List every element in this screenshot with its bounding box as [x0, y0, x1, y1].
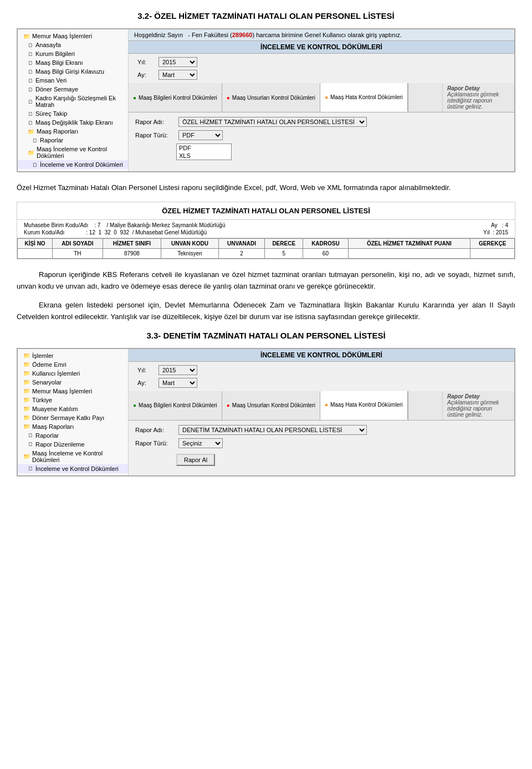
panel-title: İNCELEME VE KONTROL DÖKÜMLERİ	[129, 41, 514, 54]
sidebar-label: Memur Maaş İşlemleri	[32, 33, 92, 39]
sidebar2-item-doner[interactable]: 📁 Döner Sermaye Katkı Payı	[18, 413, 128, 422]
sidebar-item-surec[interactable]: 🗋 Süreç Takip	[18, 109, 128, 118]
col-unvanadi: UNVANADI	[218, 238, 264, 248]
rapor-detay-area-2: Rapor Detay Açıklamasını görmek istediği…	[408, 391, 514, 420]
tab-maas-unsurlari[interactable]: ● Maaş Unsurları Kontrol Dökümleri	[222, 83, 320, 112]
meta-muhasebe: Muhasebe Birim Kodu/Adı : 7 / Maliye Bak…	[24, 222, 226, 228]
sidebar2-item-inceleme-folder[interactable]: 📁 Maaş İnceleme ve Kontrol Dökümleri	[18, 449, 128, 464]
report-form-2: Rapor Adı: DENETİM TAZMİNATI HATALI OLAN…	[129, 421, 514, 470]
doc-icon: 🗋	[28, 42, 33, 48]
sidebar-item-maas-degisiklik[interactable]: 🗋 Maaş Değişiklik Takip Ekranı	[18, 118, 128, 127]
year-select[interactable]: 2015	[158, 57, 197, 67]
sidebar-item-maas-raporlari[interactable]: 📁 Maaş Raporları	[18, 127, 128, 136]
sidebar2-item-odeme-emri[interactable]: 📁 Ödeme Emri	[18, 360, 128, 369]
rapor-turu-row-2: Rapor Türü: Seçiniz	[135, 438, 508, 448]
option-xls[interactable]: XLS	[177, 152, 231, 160]
option-pdf[interactable]: PDF	[177, 144, 231, 152]
sidebar-item-maas-bilgi-ekrani[interactable]: 🗋 Maaş Bilgi Ekranı	[18, 58, 128, 67]
year-label: Yıl:	[137, 59, 154, 65]
tab2-maas-unsurlari[interactable]: ● Maaş Unsurları Kontrol Dökümleri	[222, 391, 320, 420]
section2-title: 3.3- DENETİM TAZMİNATI HATALI OLAN PERSO…	[17, 331, 515, 340]
folder-icon: 📁	[23, 414, 30, 421]
folder-icon: 📁	[23, 406, 30, 412]
app-window-1: 📁 Memur Maaş İşlemleri 🗋 Anasayfa 🗋 Kuru…	[17, 28, 515, 172]
main-panel-2: İNCELEME VE KONTROL DÖKÜMLERİ Yıl: 2015 …	[129, 349, 514, 475]
month-select[interactable]: Mart	[158, 70, 197, 80]
folder-icon: 📁	[23, 453, 30, 459]
orange-circle-icon: ●	[325, 402, 328, 408]
sidebar-label: Memur Maaş İşlemleri	[32, 388, 92, 394]
sidebar2-item-maas-raporlari[interactable]: 📁 Maaş Raporları	[18, 422, 128, 431]
folder-open-icon: 📁	[23, 33, 30, 39]
col-kadrosu: KADROSU	[303, 238, 348, 248]
month-select-2[interactable]: Mart	[158, 378, 197, 388]
sidebar-label: Maaş İnceleme ve Kontrol Dökümleri	[32, 450, 125, 463]
sidebar-label: Kullanıcı İşlemleri	[32, 370, 80, 377]
cell-derece: 5	[265, 248, 303, 258]
sidebar2-item-kullanici[interactable]: 📁 Kullanıcı İşlemleri	[18, 369, 128, 378]
tab2-maas-hata[interactable]: ● Maaş Hata Kontrol Dökümleri	[320, 391, 408, 420]
sidebar2-item-muayene[interactable]: 📁 Muayene Katılım	[18, 404, 128, 413]
tab-label: Maaş Bilgileri Kontrol Dökümleri	[139, 402, 217, 408]
sidebar2-item-rapor-duzenleme[interactable]: 🗋 Rapor Düzenleme	[18, 440, 128, 449]
rapor-detay-2: Rapor Detay Açıklamasını görmek istediği…	[442, 391, 514, 420]
sidebar-item-inceleme-kontrol[interactable]: 🗋 İnceleme ve Kontrol Dökümleri	[18, 160, 128, 169]
sidebar-label: Maaş İnceleme ve Kontrol Dökümleri	[37, 146, 125, 159]
rapor-al-button[interactable]: Rapor Al	[176, 454, 215, 466]
sidebar-label: İnceleme ve Kontrol Dökümleri	[35, 465, 119, 472]
cell-puan	[348, 248, 470, 258]
sidebar-label: Maaş Raporları	[32, 423, 74, 430]
sidebar2-item-senaryolar[interactable]: 📁 Senaryolar	[18, 378, 128, 387]
col-unvan-kodu: UNVAN KODU	[161, 238, 219, 248]
sidebar-item-maas-inceleme[interactable]: 📁 Maaş İnceleme ve Kontrol Dökümleri	[18, 145, 128, 160]
sidebar2-item-turkiye[interactable]: 📁 Türkiye	[18, 396, 128, 404]
doc-icon: 🗋	[28, 111, 33, 117]
folder-open-icon: 📁	[28, 150, 34, 156]
sidebar-label: Kurum Bilgileri	[35, 50, 75, 57]
rapor-adi-label: Rapor Adı:	[135, 119, 174, 125]
rapor-detay-hint: Açıklamasını görmek istediğiniz raporun …	[447, 91, 499, 110]
report-table-container: ÖZEL HİZMET TAZMİNATI HATALI OLAN PERSON…	[17, 202, 515, 259]
tab2-maas-bilgileri[interactable]: ● Maaş Bilgileri Kontrol Dökümleri	[129, 391, 222, 420]
folder-icon: 📁	[23, 388, 30, 394]
month-label: Ay:	[137, 71, 154, 78]
sidebar-label: Maaş Bilgi Ekranı	[35, 59, 83, 66]
tab-maas-hata[interactable]: ● Maaş Hata Kontrol Dökümleri	[320, 83, 408, 112]
year-month-form: Yıl: 2015 Ay: Mart	[129, 54, 514, 83]
sidebar-item-raporlar[interactable]: 🗋 Raporlar	[18, 136, 128, 145]
sidebar-item-emsan-veri[interactable]: 🗋 Emsan Veri	[18, 76, 128, 85]
dropdown-options-list: PDF XLS	[176, 143, 232, 160]
paragraph-1: Özel Hizmet Tazminatı Hatalı Olan Person…	[17, 182, 515, 194]
month-row: Ay: Mart	[137, 70, 505, 80]
doc-icon: 🗋	[28, 60, 33, 66]
report-meta: Muhasebe Birim Kodu/Adı : 7 / Maliye Bak…	[17, 220, 515, 238]
sidebar2-item-memur-maas[interactable]: 📁 Memur Maaş İşlemleri	[18, 387, 128, 396]
rapor-detay-title: Rapor Detay	[447, 85, 480, 91]
doc-icon: 🗋	[28, 69, 33, 75]
sidebar-item-maas-bilgi-giris[interactable]: 🗋 Maaş Bilgi Girişi Kılavuzu	[18, 67, 128, 76]
year-select-2[interactable]: 2015	[158, 365, 197, 375]
rapor-adi-select-2[interactable]: DENETİM TAZMİNATI HATALI OLAN PERSONEL L…	[178, 425, 367, 435]
tab-maas-bilgileri[interactable]: ● Maaş Bilgileri Kontrol Dökümleri	[129, 83, 222, 112]
rapor-turu-select-2[interactable]: Seçiniz	[178, 438, 223, 448]
sidebar-item-doner-sermaye[interactable]: 🗋 Döner Sermaye	[18, 85, 128, 94]
sidebar2-item-islemler[interactable]: 📁 İşlemler	[18, 351, 128, 360]
panel-title-2: İNCELEME VE KONTROL DÖKÜMLERİ	[129, 349, 514, 362]
red-circle-icon: ●	[227, 402, 230, 408]
sidebar-item-memur-maas[interactable]: 📁 Memur Maaş İşlemleri	[18, 32, 128, 40]
rapor-turu-row: Rapor Türü: PDF XLS	[135, 130, 508, 140]
sidebar-item-kurum-bilgileri[interactable]: 🗋 Kurum Bilgileri	[18, 49, 128, 58]
paragraph-3: Ekrana gelen listedeki personel için, De…	[17, 300, 515, 323]
folder-icon: 📁	[23, 361, 30, 367]
tabs-bar-1: ● Maaş Bilgileri Kontrol Dökümleri ● Maa…	[129, 83, 514, 112]
sidebar-label: Döner Sermaye	[35, 86, 78, 93]
rapor-turu-select[interactable]: PDF XLS	[178, 130, 223, 140]
col-kisi-no: KİŞİ NO	[18, 238, 53, 248]
rapor-adi-row: Rapor Adı: ÖZEL HİZMET TAZMİNATI HATALI …	[135, 117, 508, 127]
sidebar-item-kadro[interactable]: 🗋 Kadro Karşılığı Sözleşmeli Ek Matrah	[18, 94, 128, 109]
green-circle-icon: ●	[133, 95, 136, 101]
sidebar-item-anasayfa[interactable]: 🗋 Anasayfa	[18, 40, 128, 49]
sidebar2-item-raporlar[interactable]: 🗋 Raporlar	[18, 431, 128, 440]
rapor-adi-select[interactable]: ÖZEL HİZMET TAZMİNATI HATALI OLAN PERSON…	[178, 117, 367, 127]
sidebar2-item-inceleme-kontrol[interactable]: 🗋 İnceleme ve Kontrol Dökümleri	[18, 464, 128, 473]
